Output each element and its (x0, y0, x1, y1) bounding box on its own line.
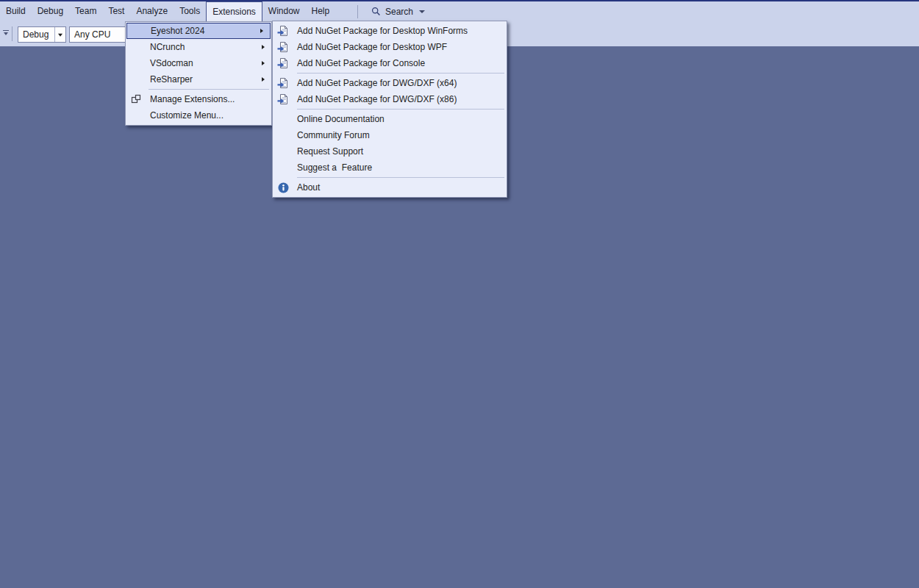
nuget-package-icon (277, 25, 289, 37)
submenu-arrow-icon (262, 77, 265, 82)
chevron-down-icon (419, 10, 425, 13)
menu-item-suggest-a-feature[interactable]: Suggest a Feature (273, 159, 507, 176)
toolbar-separator (12, 26, 12, 41)
menu-item-team[interactable]: Team (69, 1, 102, 21)
menu-item-tools[interactable]: Tools (174, 1, 206, 21)
eyeshot-submenu: Add NuGet Package for Desktop WinForms A… (272, 21, 507, 198)
menu-item-community-forum[interactable]: Community Forum (273, 127, 507, 143)
menubar: Build Debug Team Test Analyze Tools Exte… (0, 1, 919, 21)
menu-item-build[interactable]: Build (0, 1, 32, 21)
menu-item-window[interactable]: Window (262, 1, 306, 21)
extensions-menu: Eyeshot 2024 NCrunch VSdocman ReSharper … (125, 21, 272, 126)
submenu-arrow-icon (262, 45, 265, 49)
nuget-package-icon (277, 57, 289, 69)
chevron-down-icon (58, 34, 62, 37)
toolbar-options-button[interactable] (1, 29, 10, 39)
menu-item-online-documentation[interactable]: Online Documentation (273, 111, 507, 127)
menu-separator (297, 177, 504, 178)
menu-item-add-nuget-dwgdxf-x86[interactable]: Add NuGet Package for DWG/DXF (x86) (273, 91, 507, 107)
menu-item-customize-menu[interactable]: Customize Menu... (126, 107, 271, 123)
search-button[interactable]: Search (368, 7, 428, 17)
manage-extensions-icon (130, 93, 142, 105)
menu-item-add-nuget-console[interactable]: Add NuGet Package for Console (273, 55, 507, 71)
menu-item-help[interactable]: Help (306, 1, 336, 21)
menu-item-label: Add NuGet Package for Desktop WinForms (297, 23, 468, 39)
menu-item-manage-extensions[interactable]: Manage Extensions... (126, 91, 271, 107)
search-cluster: Search (357, 1, 428, 21)
menu-item-label: Suggest a Feature (297, 159, 372, 176)
menu-item-label: VSdocman (150, 55, 193, 71)
submenu-arrow-icon (260, 29, 263, 33)
search-icon (371, 7, 381, 16)
menu-item-add-nuget-dwgdxf-x64[interactable]: Add NuGet Package for DWG/DXF (x64) (273, 75, 507, 91)
menu-item-label: Community Forum (297, 127, 370, 143)
menu-item-request-support[interactable]: Request Support (273, 143, 507, 159)
menu-item-debug[interactable]: Debug (32, 1, 69, 21)
menu-item-label: Add NuGet Package for Desktop WPF (297, 39, 447, 55)
menu-item-label: Manage Extensions... (150, 91, 235, 107)
menubar-separator (357, 5, 358, 18)
menu-item-about[interactable]: About (273, 179, 507, 196)
menu-item-label: About (297, 179, 320, 196)
menu-item-label: Add NuGet Package for DWG/DXF (x86) (297, 91, 457, 107)
search-label: Search (385, 7, 413, 17)
chevron-down-icon (4, 32, 8, 35)
info-icon (278, 182, 289, 193)
submenu-arrow-icon (262, 61, 265, 65)
menu-item-eyeshot-2024[interactable]: Eyeshot 2024 (126, 23, 271, 39)
menu-item-ncrunch[interactable]: NCrunch (126, 39, 271, 55)
menu-item-extensions[interactable]: Extensions (206, 1, 262, 21)
toolbar-options-bar (3, 30, 9, 31)
menu-item-add-nuget-wpf[interactable]: Add NuGet Package for Desktop WPF (273, 39, 507, 55)
menu-item-label: Add NuGet Package for DWG/DXF (x64) (297, 75, 457, 91)
menu-item-vsdocman[interactable]: VSdocman (126, 55, 271, 71)
menu-item-resharper[interactable]: ReSharper (126, 71, 271, 87)
nuget-package-icon (277, 77, 289, 89)
menu-item-label: Online Documentation (297, 111, 385, 127)
menu-item-label: Eyeshot 2024 (151, 24, 204, 38)
menu-item-label: Customize Menu... (150, 107, 224, 123)
nuget-package-icon (277, 93, 289, 105)
menu-item-test[interactable]: Test (102, 1, 130, 21)
nuget-package-icon (277, 41, 289, 53)
menu-item-label: Add NuGet Package for Console (297, 55, 425, 71)
menu-separator (297, 109, 504, 110)
combobox-dropdown-button[interactable] (54, 27, 65, 42)
menu-item-label: Request Support (297, 143, 363, 159)
menu-separator (149, 89, 269, 90)
menu-item-label: ReSharper (150, 71, 193, 87)
menu-item-analyze[interactable]: Analyze (130, 1, 174, 21)
menu-item-add-nuget-winforms[interactable]: Add NuGet Package for Desktop WinForms (273, 23, 507, 39)
menu-separator (297, 73, 504, 74)
solution-configuration-combobox[interactable]: Debug (18, 26, 66, 43)
menu-item-label: NCrunch (150, 39, 185, 55)
